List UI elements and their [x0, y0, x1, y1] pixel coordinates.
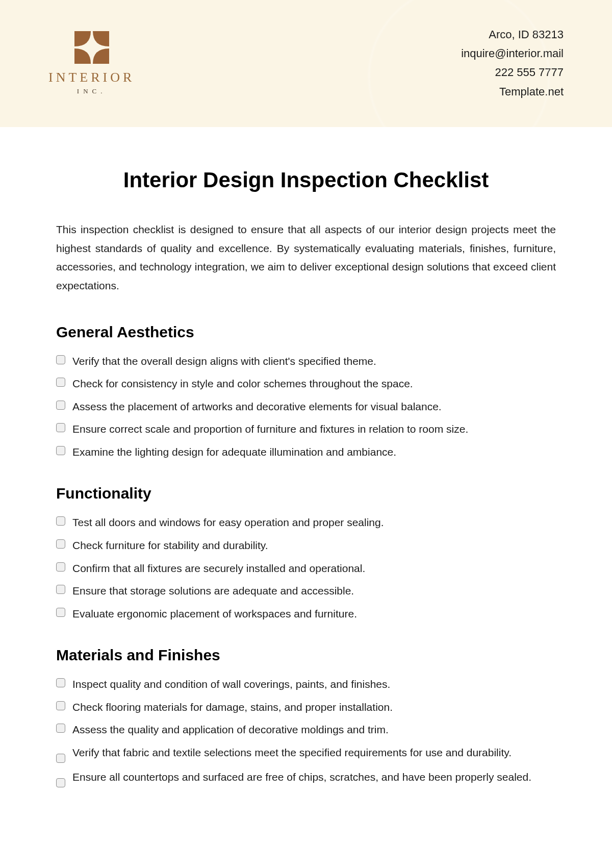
section-functionality: Functionality Test all doors and windows…	[56, 485, 556, 622]
section-heading: Materials and Finishes	[56, 647, 556, 664]
section-materials-finishes: Materials and Finishes Inspect quality a…	[56, 647, 556, 787]
logo: INTERIOR INC.	[48, 31, 135, 95]
checklist-item: Evaluate ergonomic placement of workspac…	[56, 606, 556, 623]
checkbox-icon[interactable]	[56, 608, 65, 617]
checkbox-icon[interactable]	[56, 378, 65, 387]
content: Interior Design Inspection Checklist Thi…	[0, 127, 612, 832]
checklist-label: Evaluate ergonomic placement of workspac…	[72, 606, 556, 623]
contact-site: Template.net	[461, 83, 564, 101]
checkbox-icon[interactable]	[56, 446, 65, 455]
checklist-label: Check flooring materials for damage, sta…	[72, 699, 556, 716]
logo-brand: INTERIOR	[48, 70, 135, 85]
checklist-label: Ensure all countertops and surfaced are …	[72, 769, 556, 786]
checklist-item: Test all doors and windows for easy oper…	[56, 514, 556, 531]
checklist-label: Ensure correct scale and proportion of f…	[72, 421, 556, 438]
checkbox-icon[interactable]	[56, 539, 65, 549]
checkbox-icon[interactable]	[56, 423, 65, 432]
logo-sub: INC.	[77, 87, 107, 95]
checklist-label: Check furniture for stability and durabi…	[72, 537, 556, 554]
checklist-label: Verify that fabric and textile selection…	[72, 745, 556, 761]
checklist-item: Ensure all countertops and surfaced are …	[56, 769, 556, 787]
contact-email: inquire@interior.mail	[461, 44, 564, 62]
checklist-label: Assess the placement of artworks and dec…	[72, 399, 556, 415]
checklist-label: Assess the quality and application of de…	[72, 722, 556, 738]
checklist-label: Inspect quality and condition of wall co…	[72, 676, 556, 693]
checkbox-icon[interactable]	[56, 724, 65, 733]
checklist-item: Confirm that all fixtures are securely i…	[56, 560, 556, 577]
checkbox-icon[interactable]	[56, 401, 65, 410]
checklist-item: Assess the quality and application of de…	[56, 722, 556, 738]
checklist-label: Test all doors and windows for easy oper…	[72, 514, 556, 531]
header: INTERIOR INC. Arco, ID 83213 inquire@int…	[0, 0, 612, 127]
checklist-item: Verify that the overall design aligns wi…	[56, 353, 556, 370]
section-general-aesthetics: General Aesthetics Verify that the overa…	[56, 324, 556, 461]
checklist-item: Check for consistency in style and color…	[56, 376, 556, 392]
checkbox-icon[interactable]	[56, 516, 65, 526]
checklist-item: Assess the placement of artworks and dec…	[56, 399, 556, 415]
checklist-item: Verify that fabric and textile selection…	[56, 745, 556, 763]
checklist-item: Ensure correct scale and proportion of f…	[56, 421, 556, 438]
checkbox-icon[interactable]	[56, 778, 65, 787]
checklist-item: Examine the lighting design for adequate…	[56, 444, 556, 461]
checklist-label: Check for consistency in style and color…	[72, 376, 556, 392]
checklist-item: Ensure that storage solutions are adequa…	[56, 583, 556, 600]
checklist-item: Check flooring materials for damage, sta…	[56, 699, 556, 716]
intro-paragraph: This inspection checklist is designed to…	[56, 220, 556, 295]
checklist-item: Check furniture for stability and durabi…	[56, 537, 556, 554]
page-title: Interior Design Inspection Checklist	[56, 168, 556, 192]
section-heading: General Aesthetics	[56, 324, 556, 341]
checklist-label: Ensure that storage solutions are adequa…	[72, 583, 556, 600]
checklist-label: Examine the lighting design for adequate…	[72, 444, 556, 461]
checkbox-icon[interactable]	[56, 678, 65, 687]
contact-phone: 222 555 7777	[461, 63, 564, 81]
checklist-label: Confirm that all fixtures are securely i…	[72, 560, 556, 577]
logo-mark-icon	[71, 31, 112, 64]
checkbox-icon[interactable]	[56, 355, 65, 364]
checklist-item: Inspect quality and condition of wall co…	[56, 676, 556, 693]
checkbox-icon[interactable]	[56, 754, 65, 763]
checkbox-icon[interactable]	[56, 701, 65, 710]
contact-address: Arco, ID 83213	[461, 26, 564, 43]
section-heading: Functionality	[56, 485, 556, 502]
contact-block: Arco, ID 83213 inquire@interior.mail 222…	[461, 26, 564, 102]
checkbox-icon[interactable]	[56, 562, 65, 572]
checkbox-icon[interactable]	[56, 585, 65, 594]
checklist-label: Verify that the overall design aligns wi…	[72, 353, 556, 370]
